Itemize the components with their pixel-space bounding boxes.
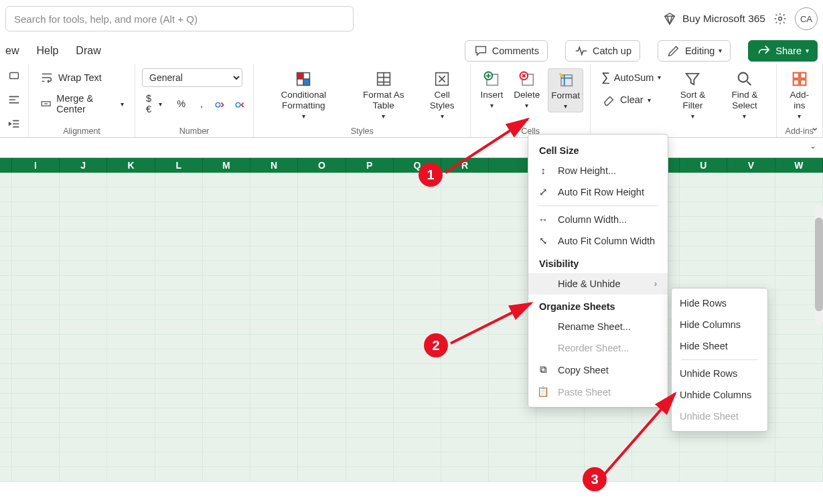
cell[interactable] <box>441 467 489 482</box>
cell[interactable] <box>298 364 346 379</box>
cell[interactable] <box>107 423 155 438</box>
merge-center-button[interactable]: Merge & Center ▾ <box>35 91 128 116</box>
cell[interactable] <box>107 349 155 364</box>
cell[interactable] <box>203 423 250 438</box>
cell[interactable] <box>107 246 155 261</box>
cell[interactable] <box>250 232 298 246</box>
cell[interactable] <box>12 335 60 349</box>
cell[interactable] <box>298 335 346 349</box>
wrap-text-button[interactable]: Wrap Text <box>35 68 128 87</box>
cell[interactable] <box>394 320 441 335</box>
menu-autofit-column[interactable]: ⤡ Auto Fit Column Width <box>528 230 668 252</box>
cell[interactable] <box>441 394 489 408</box>
cell[interactable] <box>155 261 203 276</box>
tab-draw[interactable]: Draw <box>76 45 100 57</box>
cell[interactable] <box>346 217 394 232</box>
cell[interactable] <box>12 187 60 202</box>
cell[interactable] <box>346 232 394 246</box>
cell[interactable] <box>346 202 394 217</box>
cell[interactable] <box>107 261 155 276</box>
cell[interactable] <box>107 187 155 202</box>
cell[interactable] <box>250 217 298 232</box>
cell[interactable] <box>536 467 584 482</box>
cell[interactable] <box>394 423 441 438</box>
comma-button[interactable]: , <box>196 96 207 111</box>
cell[interactable] <box>203 452 250 467</box>
indent-icon[interactable] <box>7 116 21 131</box>
cell[interactable] <box>775 349 823 364</box>
cell[interactable] <box>489 408 536 423</box>
cell[interactable] <box>155 187 203 202</box>
cell[interactable] <box>441 276 489 290</box>
cell[interactable] <box>727 187 775 202</box>
addins-button[interactable]: Add-ins▾ <box>783 68 816 122</box>
cell[interactable] <box>250 394 298 408</box>
cell[interactable] <box>107 276 155 290</box>
cell[interactable] <box>155 394 203 408</box>
cell[interactable] <box>250 438 298 452</box>
cell[interactable] <box>536 423 584 438</box>
menu-copy-sheet[interactable]: ⧉ Copy Sheet <box>528 359 668 381</box>
number-format-select[interactable]: General <box>142 68 242 87</box>
cell[interactable] <box>203 364 250 379</box>
cell[interactable] <box>680 246 727 261</box>
cell[interactable] <box>12 349 60 364</box>
cell[interactable] <box>155 173 203 187</box>
decrease-decimal-icon[interactable] <box>214 96 227 111</box>
buy-microsoft-365-link[interactable]: Buy Microsoft 365 <box>662 11 765 26</box>
avatar[interactable]: CA <box>795 7 818 30</box>
menu-autofit-row[interactable]: ⤢ Auto Fit Row Height <box>528 181 668 203</box>
cell[interactable] <box>155 305 203 320</box>
find-select-button[interactable]: Find & Select▾ <box>720 68 769 122</box>
cell[interactable] <box>727 217 775 232</box>
cell[interactable] <box>441 364 489 379</box>
cell[interactable] <box>775 408 823 423</box>
cell[interactable] <box>441 379 489 394</box>
column-header[interactable]: L <box>155 158 203 173</box>
cell[interactable] <box>394 467 441 482</box>
column-header[interactable]: W <box>775 158 823 173</box>
cell[interactable] <box>346 452 394 467</box>
cell[interactable] <box>250 202 298 217</box>
cell[interactable] <box>346 438 394 452</box>
cell[interactable] <box>727 173 775 187</box>
cell[interactable] <box>441 423 489 438</box>
cell[interactable] <box>394 276 441 290</box>
percent-button[interactable]: % <box>173 96 190 111</box>
comments-button[interactable]: Comments <box>465 40 548 62</box>
cell[interactable] <box>60 187 107 202</box>
cell[interactable] <box>12 305 60 320</box>
cell[interactable] <box>155 320 203 335</box>
cell[interactable] <box>12 217 60 232</box>
cell[interactable] <box>155 232 203 246</box>
cell[interactable] <box>489 467 536 482</box>
cell[interactable] <box>12 276 60 290</box>
cell[interactable] <box>346 394 394 408</box>
column-header[interactable]: V <box>727 158 775 173</box>
cell[interactable] <box>775 438 823 452</box>
cell[interactable] <box>203 261 250 276</box>
cell[interactable] <box>298 187 346 202</box>
cell[interactable] <box>680 217 727 232</box>
cell[interactable] <box>60 217 107 232</box>
format-as-table-button[interactable]: Format As Table▾ <box>352 68 415 122</box>
submenu-hide-rows[interactable]: Hide Rows <box>672 292 767 314</box>
cell[interactable] <box>489 452 536 467</box>
cell[interactable] <box>12 467 60 482</box>
cell[interactable] <box>60 276 107 290</box>
cell[interactable] <box>203 173 250 187</box>
cell[interactable] <box>394 364 441 379</box>
menu-row-height[interactable]: ↕ Row Height... <box>528 160 668 181</box>
cell[interactable] <box>727 261 775 276</box>
cell[interactable] <box>250 408 298 423</box>
clear-button[interactable]: Clear▾ <box>597 90 666 109</box>
cell[interactable] <box>346 349 394 364</box>
cell[interactable] <box>394 217 441 232</box>
cell[interactable] <box>107 438 155 452</box>
cell[interactable] <box>250 349 298 364</box>
cell[interactable] <box>680 187 727 202</box>
cell[interactable] <box>60 261 107 276</box>
cell[interactable] <box>536 408 584 423</box>
cell[interactable] <box>394 232 441 246</box>
cell[interactable] <box>155 202 203 217</box>
